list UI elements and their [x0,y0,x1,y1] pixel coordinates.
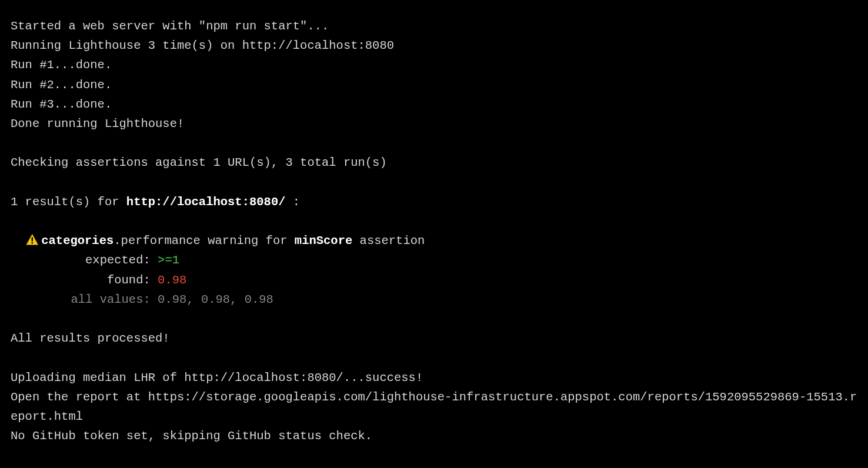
warning-icon [25,233,39,246]
results-url: http://localhost:8080/ [126,195,286,209]
results-suffix: : [286,195,301,209]
terminal-output: Started a web server with "npm run start… [11,16,857,446]
log-line: Run #2...done. [11,75,857,95]
expected-value: >=1 [151,253,179,267]
log-line: Started a web server with "npm run start… [11,16,857,36]
assertion-tail: assertion [352,234,425,248]
blank-line [11,173,857,192]
all-values-value: 0.98, 0.98, 0.98 [151,293,273,306]
assertion-key: minScore [295,234,352,248]
results-prefix: 1 result(s) for [11,195,126,209]
log-line: Run #3...done. [11,95,857,114]
log-line: Checking assertions against 1 URL(s), 3 … [11,153,857,172]
log-line: No GitHub token set, skipping GitHub sta… [11,426,857,446]
blank-line [11,212,857,231]
blank-line [11,309,857,329]
assertion-mid: warning for [201,234,295,248]
blank-line [11,133,857,153]
log-line: Open the report at https://storage.googl… [11,387,857,426]
blank-line [11,348,857,367]
assertion-category: categories [41,234,113,248]
log-line: Run #1...done. [11,55,857,75]
found-value: 0.98 [151,273,187,287]
log-line: Running Lighthouse 3 time(s) on http://l… [11,36,857,55]
all-values-line: all values: 0.98, 0.98, 0.98 [11,290,857,309]
log-line: Uploading median LHR of http://localhost… [11,368,857,387]
log-line: All results processed! [11,329,857,348]
found-line: found: 0.98 [11,270,857,290]
log-line: Done running Lighthouse! [11,114,857,133]
assertion-line: categories.performance warning for minSc… [11,231,857,250]
results-header: 1 result(s) for http://localhost:8080/ : [11,192,857,212]
svg-rect-1 [31,242,32,243]
assertion-dot: . [113,234,121,248]
svg-rect-0 [31,237,32,241]
assertion-audit: performance [121,234,201,248]
expected-line: expected: >=1 [11,250,857,270]
expected-label: expected: [64,250,151,270]
all-values-label: all values: [64,290,151,309]
found-label: found: [64,270,151,290]
